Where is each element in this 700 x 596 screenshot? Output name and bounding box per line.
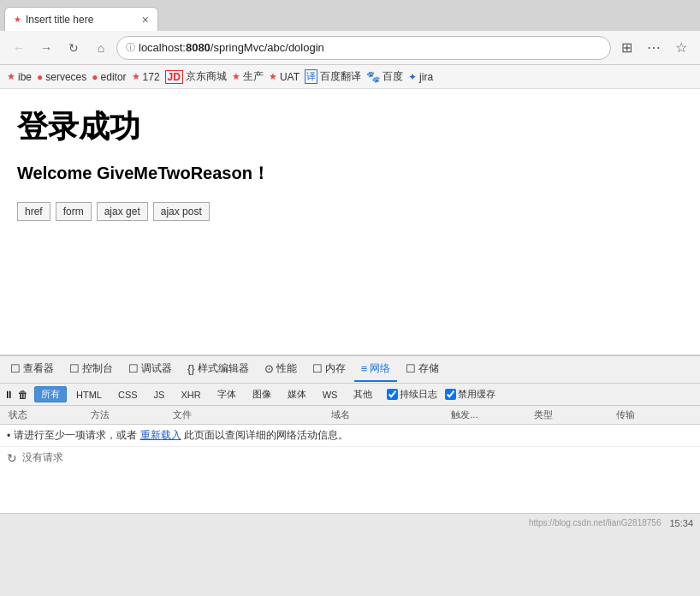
th-transfer: 传输: [613, 408, 695, 421]
bookmark-editor-icon: ●: [92, 71, 98, 83]
active-tab[interactable]: ★ Insert title here ×: [4, 7, 158, 31]
filter-html[interactable]: HTML: [69, 388, 109, 402]
bookmark-baidu-trans[interactable]: 译 百度翻译: [305, 69, 361, 84]
action-buttons: href form ajax get ajax post: [17, 202, 683, 221]
bottom-bar: https://blog.csdn.net/lianG2818756 15:34: [0, 513, 700, 532]
form-button[interactable]: form: [56, 202, 92, 221]
memory-icon: ☐: [312, 362, 323, 375]
bookmark-jd[interactable]: JD 京东商城: [165, 69, 227, 84]
bookmark-uat-label: UAT: [280, 71, 300, 83]
bullet-icon: •: [7, 430, 10, 442]
extensions-button[interactable]: ⊞: [614, 36, 638, 60]
devtools-tool-performance[interactable]: ⊙ 性能: [258, 358, 304, 382]
devtools-tool-memory[interactable]: ☐ 内存: [306, 358, 353, 382]
storage-icon: ☐: [406, 362, 416, 375]
bookmark-jira-icon: ✦: [408, 71, 417, 83]
page-welcome: Welcome GiveMeTwoReason！: [17, 162, 683, 185]
devtools-body: • 请进行至少一项请求，或者 重新载入 此页面以查阅详细的网络活动信息。 ↻ 没…: [0, 425, 700, 513]
bookmark-172[interactable]: ★ 172: [132, 71, 160, 83]
bookmark-jd-icon: JD: [165, 70, 183, 84]
bookmark-editor[interactable]: ● editor: [92, 71, 126, 83]
bookmark-baidu-trans-label: 百度翻译: [320, 69, 361, 84]
inspector-icon: ☐: [10, 362, 21, 375]
devtools-tool-inspector[interactable]: ☐ 查看器: [3, 358, 61, 382]
th-file: 文件: [169, 408, 327, 421]
performance-icon: ⊙: [264, 362, 274, 375]
href-button[interactable]: href: [17, 202, 50, 221]
bookmark-star-button[interactable]: ☆: [669, 36, 693, 60]
url-host: localhost:: [139, 41, 186, 54]
disable-cache-checkbox[interactable]: 禁用缓存: [445, 388, 495, 401]
filter-media[interactable]: 媒体: [281, 386, 313, 402]
no-requests-message: ↻ 没有请求: [0, 447, 700, 468]
ajax-get-button[interactable]: ajax get: [97, 202, 148, 221]
bookmark-baidu-label: 百度: [383, 69, 403, 84]
ajax-post-button[interactable]: ajax post: [153, 202, 210, 221]
persist-logs-checkbox[interactable]: 持续日志: [387, 388, 437, 401]
bookmark-uat[interactable]: ★ UAT: [269, 71, 300, 83]
no-requests-label: 没有请求: [22, 450, 63, 465]
style-icon: {}: [187, 362, 195, 375]
reload-link[interactable]: 重新载入: [140, 428, 181, 443]
filter-image[interactable]: 图像: [246, 386, 278, 402]
bookmark-prod[interactable]: ★ 生产: [232, 69, 264, 84]
filter-js[interactable]: JS: [147, 388, 172, 402]
bookmark-serveces-label: serveces: [45, 71, 86, 83]
bookmark-ibe-icon: ★: [7, 71, 15, 82]
hint-text-prefix: 请进行至少一项请求，或者: [14, 428, 137, 443]
devtools-tool-console[interactable]: ☐ 控制台: [62, 358, 120, 382]
url-bar[interactable]: ⓘ localhost:8080/springMvc/abc/dologin: [116, 36, 611, 60]
filter-bar: ⏸ 🗑 所有 HTML CSS JS XHR 字体 图像 媒体 WS 其他 持续…: [0, 384, 700, 406]
devtools-tool-debugger[interactable]: ☐ 调试器: [122, 358, 179, 382]
bookmark-baidu[interactable]: 🐾 百度: [366, 69, 403, 84]
th-method: 方法: [87, 408, 169, 421]
th-trigger: 触发...: [448, 408, 530, 421]
bookmark-serveces-icon: ●: [37, 71, 43, 83]
devtools-panel: ☐ 查看器 ☐ 控制台 ☐ 调试器 {} 样式编辑器 ⊙ 性能 ☐ 内存: [0, 355, 700, 513]
network-label: 网络: [370, 361, 390, 376]
console-icon: ☐: [69, 362, 80, 375]
bookmark-editor-label: editor: [101, 71, 127, 83]
bookmark-prod-icon: ★: [232, 71, 240, 82]
reload-button[interactable]: ↻: [62, 36, 86, 60]
th-type: 类型: [531, 408, 613, 421]
bookmark-jira[interactable]: ✦ jira: [408, 71, 433, 83]
url-port: 8080: [186, 41, 211, 54]
devtools-tool-style[interactable]: {} 样式编辑器: [181, 358, 256, 382]
bookmarks-bar: ★ ibe ● serveces ● editor ★ 172 JD 京东商城 …: [0, 65, 700, 89]
style-label: 样式编辑器: [198, 361, 249, 376]
bookmark-serveces[interactable]: ● serveces: [37, 71, 86, 83]
bookmark-ibe[interactable]: ★ ibe: [7, 71, 32, 83]
bookmark-172-icon: ★: [132, 71, 140, 82]
lock-icon: ⓘ: [126, 41, 135, 54]
back-button[interactable]: ←: [7, 36, 31, 60]
bookmark-jd-label: 京东商城: [186, 69, 227, 84]
filter-other[interactable]: 其他: [347, 386, 379, 402]
bookmark-baidu-trans-icon: 译: [305, 69, 317, 84]
watermark-text: https://blog.csdn.net/lianG2818756: [529, 518, 661, 527]
devtools-tool-network[interactable]: ≡ 网络: [354, 358, 398, 382]
tab-title: Insert title here: [26, 14, 135, 26]
bookmark-prod-label: 生产: [243, 69, 264, 84]
clock-time: 15:34: [669, 518, 693, 528]
filter-css[interactable]: CSS: [111, 388, 145, 402]
network-table-header: 状态 方法 文件 域名 触发... 类型 传输: [0, 406, 700, 425]
th-status: 状态: [5, 408, 87, 421]
storage-label: 存储: [418, 361, 439, 376]
performance-label: 性能: [276, 361, 297, 376]
filter-xhr[interactable]: XHR: [174, 388, 207, 402]
bookmark-ibe-label: ibe: [18, 71, 32, 83]
forward-button[interactable]: →: [34, 36, 58, 60]
filter-all[interactable]: 所有: [34, 386, 67, 402]
filter-ws[interactable]: WS: [316, 388, 345, 402]
inspector-label: 查看器: [23, 361, 54, 376]
home-button[interactable]: ⌂: [89, 36, 113, 60]
console-label: 控制台: [82, 361, 113, 376]
hint-text-suffix: 此页面以查阅详细的网络活动信息。: [184, 428, 348, 443]
filter-font[interactable]: 字体: [211, 386, 243, 402]
tab-close-button[interactable]: ×: [142, 14, 149, 26]
th-domain: 域名: [328, 408, 448, 421]
devtools-tool-storage[interactable]: ☐ 存储: [399, 358, 446, 382]
menu-button[interactable]: ⋯: [642, 36, 666, 60]
clear-icon: 🗑: [18, 389, 28, 401]
